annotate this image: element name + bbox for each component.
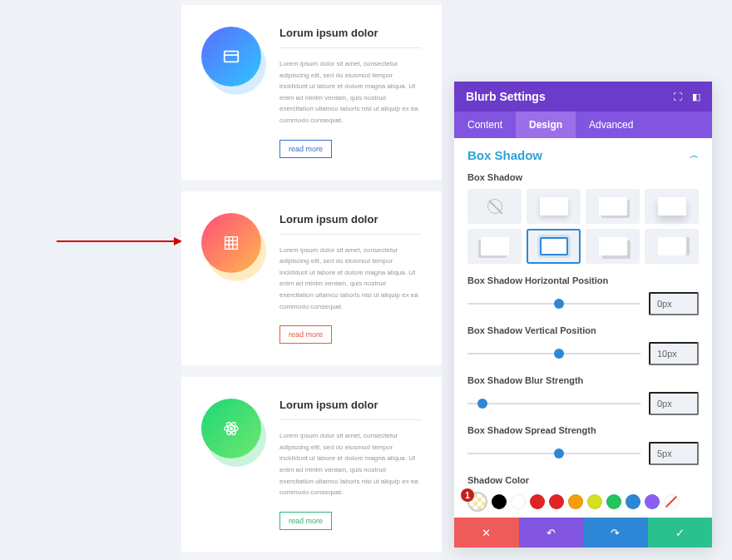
expand-icon[interactable]: ⛶ xyxy=(673,92,682,102)
horiz-label: Box Shadow Horizontal Position xyxy=(467,275,699,285)
shadow-preset[interactable] xyxy=(645,229,699,264)
color-swatches: 1 xyxy=(467,492,699,512)
card-text: Lorem ipsum dolor sit amet, consectetur … xyxy=(279,58,422,126)
blur-value[interactable] xyxy=(649,392,699,415)
redo-button[interactable]: ↷ xyxy=(583,518,648,548)
cancel-button[interactable]: ✕ xyxy=(454,518,519,548)
grid-icon xyxy=(222,234,240,252)
svg-point-10 xyxy=(230,428,233,430)
blurb-card: Lorum ipsum dolor Lorem ipsum dolor sit … xyxy=(181,377,442,552)
none-icon xyxy=(487,199,502,214)
section-header[interactable]: Box Shadow ︿ xyxy=(467,148,699,162)
color-swatch[interactable] xyxy=(606,494,621,509)
divider xyxy=(279,234,422,235)
read-more-button[interactable]: read more xyxy=(279,512,332,530)
section-title: Box Shadow xyxy=(467,148,542,162)
atom-icon xyxy=(222,419,240,438)
blurb-card: Lorum ipsum dolor Lorem ipsum dolor sit … xyxy=(181,5,442,180)
shadow-preset[interactable] xyxy=(586,229,640,264)
read-more-button[interactable]: read more xyxy=(279,325,332,344)
shadow-preset-none[interactable] xyxy=(467,189,522,224)
vert-value[interactable] xyxy=(649,342,699,365)
divider xyxy=(279,419,422,420)
color-label: Shadow Color xyxy=(467,475,699,485)
panel-body[interactable]: Box Shadow ︿ Box Shadow Box Shadow Horiz… xyxy=(454,138,712,518)
tab-content[interactable]: Content xyxy=(454,112,516,138)
dock-icon[interactable]: ◧ xyxy=(692,92,700,102)
vert-slider[interactable] xyxy=(467,345,640,362)
card-title: Lorum ipsum dolor xyxy=(279,213,422,225)
divider xyxy=(279,47,422,48)
color-swatch[interactable] xyxy=(511,494,526,509)
window-icon xyxy=(222,47,240,66)
shadow-preset[interactable] xyxy=(467,229,522,264)
pointer-arrow xyxy=(57,240,181,242)
chevron-up-icon: ︿ xyxy=(690,149,699,161)
card-text: Lorem ipsum dolor sit amet, consectetur … xyxy=(279,430,422,498)
tab-design[interactable]: Design xyxy=(516,112,576,138)
spread-value[interactable] xyxy=(649,442,699,465)
settings-panel: Blurb Settings ⛶ ◧ Content Design Advanc… xyxy=(454,82,712,548)
color-swatch[interactable] xyxy=(492,494,507,509)
undo-button[interactable]: ↶ xyxy=(519,518,584,548)
shadow-preset[interactable] xyxy=(645,189,699,224)
spread-label: Box Shadow Spread Strength xyxy=(467,425,699,435)
card-title: Lorum ipsum dolor xyxy=(279,399,422,411)
horiz-slider[interactable] xyxy=(467,295,640,312)
card-text: Lorem ipsum dolor sit amet, consectetur … xyxy=(279,245,422,313)
card-icon-circle xyxy=(201,213,261,273)
box-shadow-label: Box Shadow xyxy=(467,172,699,182)
read-more-button[interactable]: read more xyxy=(279,140,332,158)
svg-rect-2 xyxy=(225,236,238,249)
shadow-preset-grid xyxy=(467,189,699,264)
card-title: Lorum ipsum dolor xyxy=(279,27,422,39)
panel-header: Blurb Settings ⛶ ◧ xyxy=(454,82,712,112)
shadow-preset[interactable] xyxy=(586,189,640,224)
more-dots-icon[interactable]: ••• xyxy=(470,515,699,518)
vert-label: Box Shadow Vertical Position xyxy=(467,325,699,335)
color-swatch[interactable] xyxy=(587,494,602,509)
svg-rect-0 xyxy=(225,52,239,62)
shadow-preset-selected[interactable] xyxy=(527,229,581,264)
horiz-value[interactable] xyxy=(649,292,699,315)
spread-slider[interactable] xyxy=(467,445,640,462)
color-swatch[interactable] xyxy=(549,494,564,509)
blur-label: Box Shadow Blur Strength xyxy=(467,375,699,385)
panel-title: Blurb Settings xyxy=(466,90,546,103)
blur-slider[interactable] xyxy=(467,395,640,412)
shadow-preset[interactable] xyxy=(527,189,581,224)
tab-advanced[interactable]: Advanced xyxy=(576,112,646,138)
panel-footer: ✕ ↶ ↷ ✓ xyxy=(454,518,712,548)
color-swatch-none[interactable] xyxy=(664,494,679,509)
card-icon-circle xyxy=(201,27,261,87)
preview-column: Lorum ipsum dolor Lorem ipsum dolor sit … xyxy=(181,0,442,560)
color-swatch[interactable] xyxy=(530,494,545,509)
card-icon-circle xyxy=(201,399,261,458)
blurb-card: Lorum ipsum dolor Lorem ipsum dolor sit … xyxy=(181,191,442,366)
badge-marker: 1 xyxy=(461,488,474,502)
color-swatch[interactable] xyxy=(568,494,583,509)
color-swatch[interactable] xyxy=(645,494,660,509)
color-swatch[interactable] xyxy=(626,494,640,509)
save-button[interactable]: ✓ xyxy=(648,518,713,548)
tabs: Content Design Advanced xyxy=(454,112,712,138)
